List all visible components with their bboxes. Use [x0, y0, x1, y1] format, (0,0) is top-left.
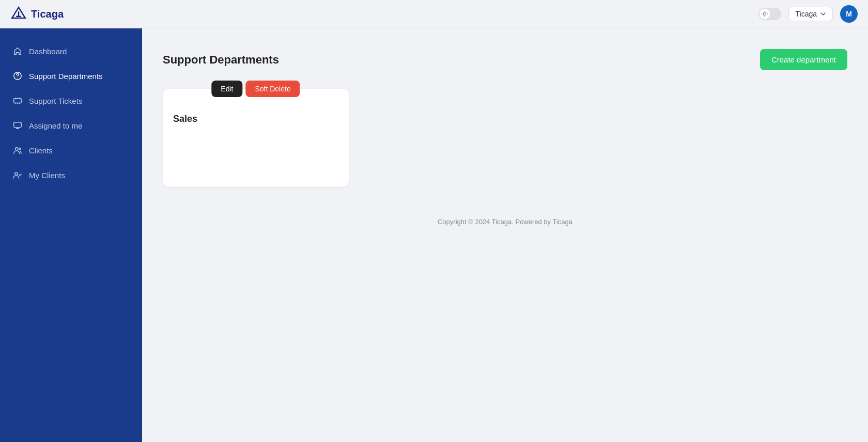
sidebar-item-label: Clients: [29, 146, 53, 155]
svg-point-9: [17, 77, 18, 78]
sidebar-item-support-departments[interactable]: Support Departments: [0, 64, 142, 88]
theme-toggle[interactable]: [758, 8, 781, 20]
sidebar-item-assigned-to-me[interactable]: Assigned to me: [0, 113, 142, 138]
sidebar-item-dashboard[interactable]: Dashboard: [0, 39, 142, 64]
user-dropdown[interactable]: Ticaga: [788, 7, 833, 21]
svg-point-14: [15, 172, 18, 175]
card-actions: Edit Soft Delete: [211, 81, 300, 97]
header-right: Ticaga M: [758, 5, 858, 23]
svg-point-13: [19, 148, 21, 150]
svg-rect-10: [14, 99, 21, 103]
create-department-button[interactable]: Create department: [760, 49, 847, 70]
page-title: Support Departments: [163, 53, 279, 67]
sidebar-item-clients[interactable]: Clients: [0, 138, 142, 163]
logo-text: Ticaga: [31, 8, 64, 20]
sidebar-item-label: Support Departments: [29, 72, 103, 81]
departments-grid: Edit Soft Delete Sales: [163, 89, 847, 187]
header: Ticaga Ticaga M: [0, 0, 868, 28]
sidebar-item-support-tickets[interactable]: Support Tickets: [0, 88, 142, 113]
my-clients-icon: [12, 170, 23, 180]
home-icon: [12, 46, 23, 56]
edit-button[interactable]: Edit: [211, 81, 242, 97]
clients-icon: [12, 145, 23, 155]
sidebar-item-my-clients[interactable]: My Clients: [0, 163, 142, 187]
chevron-down-icon: [820, 11, 826, 17]
question-icon: [12, 71, 23, 81]
page-header: Support Departments Create department: [163, 49, 847, 70]
department-name: Sales: [173, 114, 338, 124]
soft-delete-button[interactable]: Soft Delete: [245, 81, 300, 97]
main-content: Support Departments Create department Ed…: [142, 28, 868, 442]
sidebar-item-label: Support Tickets: [29, 97, 82, 105]
svg-rect-11: [14, 122, 21, 128]
department-card: Edit Soft Delete Sales: [163, 89, 349, 187]
logo-icon: [10, 6, 27, 22]
svg-point-12: [16, 148, 18, 150]
sidebar-item-label: Dashboard: [29, 47, 67, 56]
sidebar-item-label: Assigned to me: [29, 121, 82, 130]
sidebar-item-label: My Clients: [29, 171, 65, 180]
monitor-icon: [12, 120, 23, 131]
ticket-icon: [12, 96, 23, 106]
footer-text: Copyright © 2024 Ticaga. Powered by Tica…: [438, 218, 572, 226]
sidebar: Dashboard Support Departments Support Ti…: [0, 28, 142, 442]
logo-link[interactable]: Ticaga: [10, 6, 64, 22]
svg-point-3: [764, 12, 766, 15]
user-dropdown-label: Ticaga: [795, 10, 817, 18]
footer: Copyright © 2024 Ticaga. Powered by Tica…: [163, 218, 847, 226]
avatar[interactable]: M: [840, 5, 858, 23]
toggle-knob: [760, 9, 770, 19]
